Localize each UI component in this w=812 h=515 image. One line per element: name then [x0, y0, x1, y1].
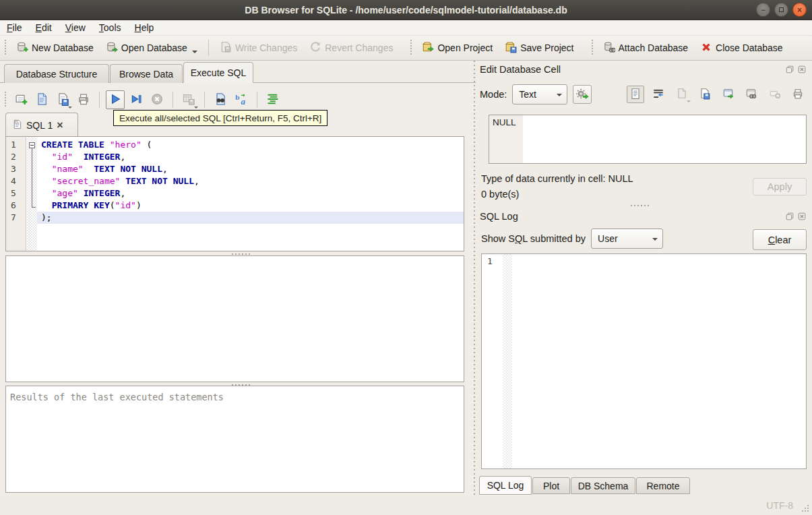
edit-cell-header: Edit Database Cell [480, 62, 807, 77]
sql-doc-tab[interactable]: SQL 1 × [5, 113, 78, 137]
fold-collapse-icon[interactable] [29, 142, 35, 148]
code-line[interactable]: "id" INTEGER, [37, 151, 464, 163]
close-dock-button[interactable] [797, 65, 807, 75]
tab-plot[interactable]: Plot [532, 477, 570, 494]
sql-toolbar-drag-handle[interactable] [3, 92, 7, 108]
sql-editor[interactable]: 1234567 CREATE TABLE "hero" ( "id" INTEG… [5, 136, 464, 251]
line-number: 6 [6, 200, 26, 212]
print-cell-button[interactable] [789, 86, 807, 103]
filter-label: Show SQL submitted by [481, 233, 586, 244]
open-in-external-app-button[interactable] [720, 86, 737, 103]
clear-log-button[interactable]: Clear [753, 229, 807, 250]
results-placeholder: Results of the last executed statements [6, 386, 464, 408]
statusbar: UTF-8 [0, 495, 812, 515]
cell-value-editor[interactable]: NULL [489, 115, 807, 164]
editor-line-numbers: 1234567 [6, 137, 26, 251]
menu-edit[interactable]: Edit [29, 21, 59, 34]
open-database-button[interactable]: Open Database [100, 38, 203, 58]
close-database-button[interactable]: Close Database [695, 38, 788, 58]
execute-current-line-button[interactable] [127, 90, 146, 109]
execute-all-button[interactable] [106, 90, 125, 109]
close-button[interactable]: × [792, 3, 807, 17]
float-dock-button[interactable] [784, 212, 794, 222]
stop-execution-button [148, 90, 166, 109]
cell-type-info: Type of data currently in cell: NULL [481, 173, 633, 184]
submitter-combobox[interactable]: User [591, 229, 663, 249]
line-number: 7 [6, 212, 26, 224]
editor-code[interactable]: CREATE TABLE "hero" ( "id" INTEGER, "nam… [37, 137, 464, 224]
stop-icon [150, 92, 164, 108]
encoding-indicator[interactable]: UTF-8 [766, 500, 793, 511]
svg-text:b: b [235, 93, 239, 101]
toolbar-drag-handle[interactable] [3, 40, 7, 56]
tab-execute-sql[interactable]: Execute SQL [183, 62, 253, 83]
code-line[interactable]: PRIMARY KEY("id") [37, 200, 464, 212]
text-mode-button[interactable] [627, 86, 644, 103]
new-sql-tab-button[interactable] [11, 90, 30, 109]
auto-switch-mode-button[interactable] [573, 85, 592, 104]
set-null-button [766, 86, 784, 103]
menu-tools[interactable]: Tools [92, 21, 128, 34]
apply-button: Apply [753, 178, 807, 195]
save-project-label: Save Project [520, 42, 573, 53]
tab-browse-data[interactable]: Browse Data [110, 64, 183, 83]
document-icon [629, 88, 642, 102]
copy-link-button[interactable] [743, 86, 760, 103]
print-icon [77, 92, 90, 108]
replace-button[interactable]: ba [232, 90, 251, 109]
maximize-button[interactable] [774, 3, 788, 17]
format-sql-icon [266, 92, 280, 108]
line-number: 2 [6, 151, 26, 163]
float-dock-button[interactable] [784, 65, 794, 75]
tab-db-schema[interactable]: DB Schema [571, 477, 635, 494]
menu-view[interactable]: View [59, 21, 92, 34]
set-null-icon [769, 88, 781, 102]
new-database-button[interactable]: New Database [11, 38, 99, 58]
mode-label: Mode: [480, 89, 507, 100]
save-sql-file-button[interactable] [53, 90, 72, 109]
titlebar: DB Browser for SQLite - /home/user/code/… [0, 0, 812, 20]
code-line[interactable]: "name" TEXT NOT NULL, [37, 163, 464, 175]
tab-database-structure[interactable]: Database Structure [4, 64, 109, 83]
word-wrap-button[interactable] [650, 86, 667, 103]
results-message-pane[interactable]: Results of the last executed statements [5, 386, 464, 493]
window-controls: − × [756, 3, 807, 17]
chevron-down-icon [652, 238, 658, 241]
sql-log-header: SQL Log [480, 209, 807, 224]
save-project-button[interactable]: Save Project [499, 38, 579, 58]
save-sql-menu-arrow[interactable] [68, 107, 72, 109]
results-grid-pane[interactable] [5, 255, 464, 382]
export-cell-data-button[interactable] [696, 86, 714, 103]
save-sql-file-icon [56, 92, 69, 108]
toolbar-drag-handle[interactable] [590, 40, 594, 56]
dock-sections-splitter[interactable] [631, 204, 651, 207]
mode-combobox[interactable]: Text [512, 84, 567, 104]
auto-switch-icon [575, 87, 589, 102]
sql-log-view[interactable]: 1 [481, 253, 807, 469]
print-sql-button[interactable] [74, 90, 93, 109]
code-line[interactable]: "secret_name" TEXT NOT NULL, [37, 175, 464, 187]
minimize-button[interactable]: − [756, 3, 770, 17]
close-sql-tab-icon[interactable]: × [57, 120, 63, 131]
attach-database-button[interactable]: Attach Database [598, 38, 694, 58]
menu-help[interactable]: Help [128, 21, 161, 34]
format-sql-button[interactable] [263, 90, 282, 109]
code-line[interactable]: ); [37, 212, 464, 224]
code-line[interactable]: CREATE TABLE "hero" ( [37, 139, 464, 151]
new-database-label: New Database [32, 42, 94, 53]
find-button[interactable] [211, 90, 230, 109]
write-changes-icon [220, 41, 232, 55]
chevron-down-icon [557, 94, 562, 96]
menu-file[interactable]: File [0, 21, 29, 34]
tab-sql-log[interactable]: SQL Log [479, 476, 532, 495]
resize-grip[interactable] [801, 504, 809, 512]
open-sql-file-button[interactable] [32, 90, 51, 109]
import-icon [676, 88, 688, 102]
tab-remote[interactable]: Remote [636, 477, 690, 494]
open-project-button[interactable]: Open Project [416, 38, 498, 58]
execute-tooltip: Execute all/selected SQL [Ctrl+Return, F… [113, 110, 327, 126]
open-database-menu-arrow[interactable] [192, 51, 197, 53]
toolbar-drag-handle[interactable] [409, 40, 413, 56]
close-dock-button[interactable] [797, 212, 807, 222]
code-line[interactable]: "age" INTEGER, [37, 187, 464, 200]
